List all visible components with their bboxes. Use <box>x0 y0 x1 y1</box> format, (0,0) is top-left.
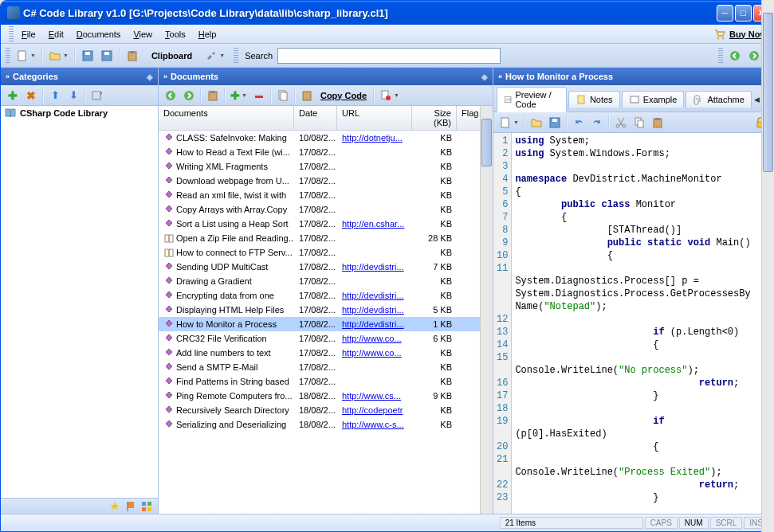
open-button[interactable]: ▼ <box>46 47 71 65</box>
paste-button[interactable] <box>124 47 141 65</box>
col-date[interactable]: Date <box>294 106 337 130</box>
table-row[interactable]: How to connect to FTP Serv...17/08/2...K… <box>159 245 493 260</box>
new-button[interactable]: ▼ <box>14 47 38 65</box>
copy-button[interactable] <box>631 114 648 131</box>
col-url[interactable]: URL <box>337 106 412 130</box>
panel-menu-icon[interactable]: ◈ <box>147 72 153 81</box>
table-row[interactable]: CLASS: SafeInvoke: Making10/08/2...http:… <box>159 131 493 145</box>
flag-icon[interactable] <box>124 500 137 513</box>
tree-root[interactable]: CSharp Code Library <box>1 106 158 120</box>
copy-code-button[interactable]: Copy Code <box>316 87 371 104</box>
documents-table[interactable]: Documents Date URL Size (KB) Flag CLASS:… <box>159 106 493 514</box>
svg-rect-4 <box>85 52 90 55</box>
delete-category-button[interactable]: ✖ <box>22 87 40 104</box>
grip[interactable] <box>6 48 10 64</box>
move-down-button[interactable]: ⬇ <box>65 87 82 104</box>
svg-rect-17 <box>147 507 151 511</box>
table-row[interactable]: Recursively Search Directory18/08/2...ht… <box>159 403 493 417</box>
categories-tree[interactable]: CSharp Code Library <box>1 106 158 498</box>
tab-example[interactable]: Example <box>622 91 685 108</box>
table-row[interactable]: Find Patterns in String based17/08/2...K… <box>159 374 493 389</box>
doc-options-button[interactable]: ▼ <box>377 87 402 104</box>
table-row[interactable]: Copy Arrays with Array.Copy17/08/2...KB <box>159 202 493 217</box>
svg-rect-23 <box>281 92 287 100</box>
buy-now-link[interactable]: Buy Now <box>713 28 767 41</box>
table-row[interactable]: How to Read a Text File (wi...17/08/2...… <box>159 145 493 159</box>
svg-point-9 <box>730 51 740 61</box>
add-category-button[interactable]: ✚ <box>4 87 22 104</box>
col-documents[interactable]: Documents <box>159 106 294 130</box>
table-row[interactable]: Sending UDP MultiCast17/08/2...http://de… <box>159 260 493 274</box>
save-as-button[interactable] <box>98 47 116 65</box>
view-icon[interactable] <box>140 500 153 513</box>
doc-back-button[interactable] <box>162 87 179 104</box>
tab-nav-left[interactable]: ◀ <box>753 96 760 104</box>
code-open-button[interactable] <box>528 114 545 131</box>
table-row[interactable]: Writing XML Fragments17/08/2...KB <box>159 159 493 174</box>
redo-button[interactable] <box>588 114 606 131</box>
menu-file[interactable]: File <box>15 28 42 41</box>
code-toolbar: ▼ <box>493 112 772 133</box>
move-up-button[interactable]: ⬆ <box>46 87 64 104</box>
collapse-icon[interactable]: » <box>6 72 10 80</box>
search-input[interactable] <box>277 48 501 64</box>
menu-edit[interactable]: Edit <box>42 28 70 41</box>
table-row[interactable]: Add line numbers to text17/08/2...http:/… <box>159 346 493 360</box>
doc-paste-button[interactable] <box>204 87 222 104</box>
col-size[interactable]: Size (KB) <box>412 106 457 130</box>
table-row[interactable]: Send a SMTP E-Mail17/08/2...KB <box>159 360 493 374</box>
nav-back-button[interactable] <box>726 47 744 65</box>
tab-preview-code[interactable]: </>Preview / Code <box>497 87 567 112</box>
menu-tools[interactable]: Tools <box>159 28 192 41</box>
minimize-button[interactable]: ─ <box>717 5 733 22</box>
doc-forward-button[interactable] <box>180 87 198 104</box>
menu-help[interactable]: Help <box>192 28 223 41</box>
svg-point-19 <box>184 91 194 100</box>
table-row[interactable]: Displaying HTML Help Files17/08/2...http… <box>159 303 493 317</box>
table-row[interactable]: Serializing and Deserializing18/08/2...h… <box>159 417 493 432</box>
code-editor[interactable]: 1234567891011121314151617181920212223 us… <box>493 133 772 514</box>
table-row[interactable]: CRC32 File Verification17/08/2...http://… <box>159 331 493 346</box>
cut-button[interactable] <box>612 114 630 131</box>
paste-code-button[interactable] <box>649 114 666 131</box>
doc-copy-button[interactable] <box>274 87 292 104</box>
doc-add-button[interactable]: ✚▼ <box>228 87 249 104</box>
menu-view[interactable]: View <box>127 28 159 41</box>
save-button[interactable] <box>79 47 96 65</box>
svg-rect-28 <box>168 235 170 242</box>
categories-footer <box>1 498 158 514</box>
collapse-icon[interactable]: » <box>498 72 502 80</box>
table-row[interactable]: Read an xml file, twist it with17/08/2..… <box>159 188 493 202</box>
table-row[interactable]: Ping Remote Computers fro...18/08/2...ht… <box>159 389 493 403</box>
menu-documents[interactable]: Documents <box>70 28 128 41</box>
table-row[interactable]: Encrypting data from one17/08/2...http:/… <box>159 288 493 303</box>
undo-button[interactable] <box>570 114 587 131</box>
code-new-button[interactable]: ▼ <box>497 114 521 131</box>
tab-notes[interactable]: Notes <box>568 91 620 108</box>
maximize-button[interactable]: □ <box>735 5 752 22</box>
table-row[interactable]: How to Monitor a Process17/08/2...http:/… <box>159 317 493 331</box>
grip[interactable] <box>9 26 14 42</box>
table-row[interactable]: Drawing a Gradient17/08/2...KB <box>159 274 493 288</box>
col-flag[interactable]: Flag <box>457 106 481 130</box>
clipboard-button[interactable]: Clipboard <box>143 47 201 65</box>
code-save-button[interactable] <box>546 114 564 131</box>
svg-point-26 <box>386 96 391 100</box>
scrollbar[interactable] <box>761 133 772 514</box>
panel-menu-icon[interactable]: ◈ <box>481 72 488 81</box>
table-row[interactable]: Download webpage from U...17/08/2...KB <box>159 174 493 188</box>
code-header: » How to Monitor a Process ◈ <box>493 68 772 85</box>
grip[interactable] <box>234 48 238 64</box>
category-options-button[interactable] <box>88 87 106 104</box>
tab-attachments[interactable]: Attachme <box>686 91 751 108</box>
tools-button[interactable]: ▼ <box>202 47 227 65</box>
table-row[interactable]: Open a Zip File and Reading...17/08/2...… <box>159 231 493 245</box>
copy-code-icon-button[interactable] <box>298 87 316 104</box>
doc-delete-button[interactable]: ▬ <box>250 87 268 104</box>
code-icon: </> <box>504 94 512 105</box>
grip[interactable] <box>718 48 723 64</box>
table-row[interactable]: Sort a List using a Heap Sort17/08/2...h… <box>159 217 493 231</box>
collapse-icon[interactable]: » <box>163 72 167 80</box>
star-icon[interactable] <box>108 500 121 513</box>
scrollbar[interactable] <box>480 106 493 514</box>
